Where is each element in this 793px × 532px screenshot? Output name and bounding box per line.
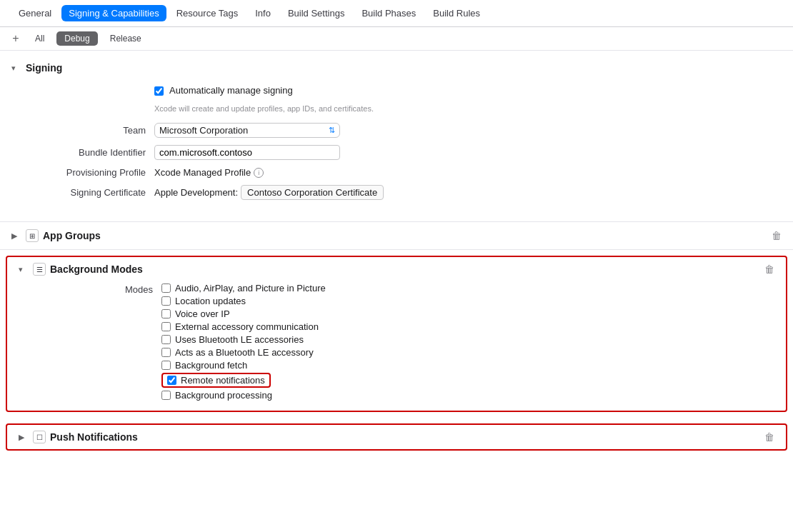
app-groups-header: ▶ ⊞ App Groups 🗑 xyxy=(11,229,782,242)
mode-item-bg-processing: Background processing xyxy=(161,390,326,401)
background-modes-body: Modes Audio, AirPlay, and Picture in Pic… xyxy=(19,276,774,411)
bundle-identifier-label: Bundle Identifier xyxy=(11,147,154,158)
background-modes-chevron-down: ▾ xyxy=(19,265,29,274)
provisioning-profile-info-icon[interactable]: i xyxy=(254,168,264,178)
mode-checkbox-remote-notif[interactable] xyxy=(167,376,176,385)
mode-label-bluetooth-le-acts: Acts as a Bluetooth LE accessory xyxy=(175,347,314,358)
filter-bar: + All Debug Release xyxy=(0,27,793,51)
push-notifications-section: ▶ ☐ Push Notifications 🗑 xyxy=(7,425,786,449)
signing-section: ▾ Signing Automatically manage signing X… xyxy=(0,51,793,222)
app-groups-delete-icon[interactable]: 🗑 xyxy=(772,230,782,241)
mode-item-bluetooth-le: Uses Bluetooth LE accessories xyxy=(161,334,326,345)
mode-item-external-accessory: External accessory communication xyxy=(161,321,326,332)
mode-item-voip: Voice over IP xyxy=(161,308,326,319)
tab-build-rules[interactable]: Build Rules xyxy=(426,5,487,21)
mode-checkbox-bg-fetch[interactable] xyxy=(161,361,171,370)
background-modes-section: ▾ ☰ Background Modes 🗑 Modes xyxy=(7,257,786,411)
signing-cert-prefix: Apple Development: xyxy=(154,187,238,198)
filter-debug-button[interactable]: Debug xyxy=(56,31,97,46)
auto-manage-signing-label: Automatically manage signing xyxy=(169,85,293,96)
team-select-arrow-icon: ⇅ xyxy=(329,126,335,135)
push-notifications-icon: ☐ xyxy=(33,431,46,443)
auto-manage-signing-sublabel: Xcode will create and update profiles, a… xyxy=(154,104,782,113)
mode-item-bluetooth-le-acts: Acts as a Bluetooth LE accessory xyxy=(161,347,326,358)
bundle-identifier-row: Bundle Identifier xyxy=(11,145,782,160)
background-modes-delete-icon[interactable]: 🗑 xyxy=(764,264,774,275)
mode-label-bg-processing: Background processing xyxy=(175,390,272,401)
background-modes-header[interactable]: ▾ ☰ Background Modes 🗑 xyxy=(19,263,774,276)
app-groups-title: App Groups xyxy=(43,230,101,241)
main-content: ▾ Signing Automatically manage signing X… xyxy=(0,51,793,531)
tab-resource-tags[interactable]: Resource Tags xyxy=(169,5,245,21)
mode-label-voip: Voice over IP xyxy=(175,308,230,319)
bundle-identifier-input[interactable] xyxy=(154,145,340,160)
auto-manage-signing-row: Automatically manage signing xyxy=(154,85,782,96)
signing-cert-value: Contoso Corporation Certificate xyxy=(241,185,384,200)
mode-checkbox-bluetooth-le[interactable] xyxy=(161,335,171,344)
signing-section-header[interactable]: ▾ Signing xyxy=(11,62,782,74)
app-groups-section: ▶ ⊞ App Groups 🗑 xyxy=(0,222,793,250)
filter-release-button[interactable]: Release xyxy=(102,31,149,46)
modes-row: Modes Audio, AirPlay, and Picture in Pic… xyxy=(47,283,774,401)
background-modes-highlighted-wrapper: ▾ ☰ Background Modes 🗑 Modes xyxy=(6,256,787,412)
team-select[interactable]: Microsoft Corporation ⇅ xyxy=(154,123,340,138)
team-label: Team xyxy=(11,125,154,136)
provisioning-profile-row: Provisioning Profile Xcode Managed Profi… xyxy=(11,167,782,178)
push-notifications-delete-icon[interactable]: 🗑 xyxy=(764,431,774,443)
team-select-value: Microsoft Corporation xyxy=(159,125,248,136)
push-notifications-chevron-right: ▶ xyxy=(19,433,29,442)
push-notifications-header[interactable]: ▶ ☐ Push Notifications 🗑 xyxy=(19,431,774,443)
tab-build-settings[interactable]: Build Settings xyxy=(281,5,352,21)
background-modes-title: Background Modes xyxy=(50,264,143,275)
background-modes-wrapper-outer: ▾ ☰ Background Modes 🗑 Modes xyxy=(0,250,793,418)
mode-label-remote-notif: Remote notifications xyxy=(181,375,265,386)
signing-certificate-row: Signing Certificate Apple Development: C… xyxy=(11,185,782,200)
push-notifications-highlighted-wrapper: ▶ ☐ Push Notifications 🗑 xyxy=(6,423,787,451)
signing-certificate-label: Signing Certificate xyxy=(11,187,154,198)
mode-item-remote-notif: Remote notifications xyxy=(161,373,326,388)
mode-checkbox-voip[interactable] xyxy=(161,309,171,318)
add-capability-button[interactable]: + xyxy=(9,31,23,46)
mode-label-external-accessory: External accessory communication xyxy=(175,321,319,332)
signing-title: Signing xyxy=(26,62,62,74)
app-groups-chevron-right: ▶ xyxy=(11,231,21,241)
mode-label-bg-fetch: Background fetch xyxy=(175,360,247,371)
tab-bar: General Signing & Capabilities Resource … xyxy=(0,0,793,27)
push-notifications-wrapper-outer: ▶ ☐ Push Notifications 🗑 xyxy=(0,418,793,456)
provisioning-profile-value: Xcode Managed Profile xyxy=(154,167,251,178)
mode-checkbox-bluetooth-le-acts[interactable] xyxy=(161,348,171,357)
mode-checkbox-external-accessory[interactable] xyxy=(161,322,171,331)
mode-checkbox-location[interactable] xyxy=(161,296,171,306)
mode-item-audio: Audio, AirPlay, and Picture in Picture xyxy=(161,283,326,293)
filter-all-button[interactable]: All xyxy=(27,31,52,46)
mode-item-bg-fetch: Background fetch xyxy=(161,360,326,371)
mode-item-location: Location updates xyxy=(161,296,326,306)
mode-checkbox-bg-processing[interactable] xyxy=(161,391,171,400)
provisioning-profile-label: Provisioning Profile xyxy=(11,167,154,178)
tab-signing-capabilities[interactable]: Signing & Capabilities xyxy=(61,5,166,21)
mode-checkbox-audio[interactable] xyxy=(161,283,171,293)
mode-label-bluetooth-le: Uses Bluetooth LE accessories xyxy=(175,334,304,345)
app-groups-icon: ⊞ xyxy=(26,229,39,242)
push-notifications-title: Push Notifications xyxy=(50,431,138,443)
tab-general[interactable]: General xyxy=(11,5,59,21)
team-row: Team Microsoft Corporation ⇅ xyxy=(11,123,782,138)
tab-build-phases[interactable]: Build Phases xyxy=(354,5,423,21)
modes-label: Modes xyxy=(47,283,161,295)
signing-chevron-down: ▾ xyxy=(11,64,21,73)
mode-label-audio: Audio, AirPlay, and Picture in Picture xyxy=(175,283,326,293)
background-modes-icon: ☰ xyxy=(33,263,46,276)
mode-label-location: Location updates xyxy=(175,296,246,306)
modes-list: Audio, AirPlay, and Picture in Picture L… xyxy=(161,283,326,401)
remote-notifications-highlighted-wrapper: Remote notifications xyxy=(161,373,271,388)
auto-manage-signing-checkbox[interactable] xyxy=(154,86,164,96)
tab-info[interactable]: Info xyxy=(248,5,278,21)
